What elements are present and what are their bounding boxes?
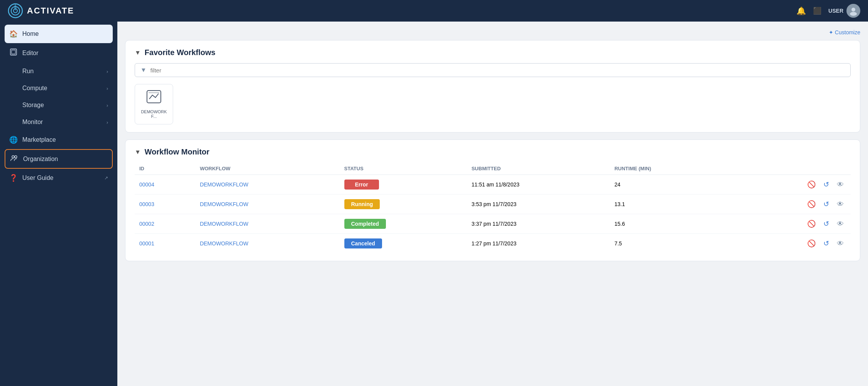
sidebar-item-monitor[interactable]: Monitor › <box>0 114 117 131</box>
retry-icon[interactable]: ↺ <box>821 219 831 229</box>
svg-point-4 <box>850 12 857 16</box>
sidebar-item-organization[interactable]: Organization <box>5 149 113 169</box>
row-workflow[interactable]: DEMOWORKFLOW <box>200 181 248 188</box>
sidebar-item-compute[interactable]: Compute › <box>0 80 117 97</box>
row-actions: 🚫 ↺ 👁 <box>729 199 846 209</box>
favorite-workflows-title: Favorite Workflows <box>145 48 215 57</box>
workflow-monitor-header: ▼ Workflow Monitor <box>135 148 851 156</box>
main-layout: 🏠 Home Editor Run › Compute › Storage <box>0 22 868 386</box>
cancel-icon[interactable]: 🚫 <box>805 238 818 248</box>
retry-icon[interactable]: ↺ <box>821 180 831 190</box>
customize-link[interactable]: ✦ Customize <box>829 29 860 35</box>
sidebar-item-user-guide[interactable]: ❓ User Guide ↗ <box>0 169 117 187</box>
workflow-cards-container: DEMOWORKF... <box>135 84 851 124</box>
row-submitted: 3:37 pm 11/7/2023 <box>467 214 609 234</box>
table-body: 00004 DEMOWORKFLOW Error 11:51 am 11/8/2… <box>135 175 851 253</box>
user-guide-icon: ❓ <box>9 174 18 182</box>
row-actions: 🚫 ↺ 👁 <box>729 180 846 190</box>
cancel-icon[interactable]: 🚫 <box>805 219 818 229</box>
collapse-monitor-icon[interactable]: ▼ <box>135 149 141 156</box>
svg-point-8 <box>15 156 17 158</box>
col-submitted: SUBMITTED <box>467 163 609 175</box>
filter-bar: ▼ <box>135 63 851 77</box>
retry-icon[interactable]: ↺ <box>821 199 831 209</box>
row-id[interactable]: 00004 <box>139 181 154 188</box>
row-id[interactable]: 00002 <box>139 221 154 227</box>
sidebar-label-compute: Compute <box>22 85 47 92</box>
row-submitted: 1:27 pm 11/7/2023 <box>467 234 609 253</box>
organization-icon <box>10 154 18 164</box>
filter-input[interactable] <box>150 67 845 74</box>
status-badge: Running <box>344 199 380 209</box>
sidebar-item-run[interactable]: Run › <box>0 63 117 80</box>
row-actions: 🚫 ↺ 👁 <box>729 219 846 229</box>
collapse-favorite-icon[interactable]: ▼ <box>135 49 141 56</box>
status-badge: Error <box>344 180 379 190</box>
sidebar-label-home: Home <box>22 30 39 37</box>
favorite-workflows-header: ▼ Favorite Workflows <box>135 48 851 57</box>
customize-bar: ✦ Customize <box>125 29 860 35</box>
table-row: 00002 DEMOWORKFLOW Completed 3:37 pm 11/… <box>135 214 851 234</box>
table-row: 00003 DEMOWORKFLOW Running 3:53 pm 11/7/… <box>135 195 851 214</box>
filter-icon: ▼ <box>140 67 147 74</box>
row-id[interactable]: 00003 <box>139 201 154 207</box>
retry-icon[interactable]: ↺ <box>821 238 831 248</box>
col-actions <box>724 163 851 175</box>
table-header: ID WORKFLOW STATUS SUBMITTED RUNTIME (MI… <box>135 163 851 175</box>
view-icon[interactable]: 👁 <box>835 239 846 248</box>
content-area: ✦ Customize ▼ Favorite Workflows ▼ <box>117 22 868 386</box>
view-icon[interactable]: 👁 <box>835 219 846 229</box>
col-id: ID <box>135 163 195 175</box>
topbar: ACTIVATE 🔔 ⬛ USER <box>0 0 868 22</box>
workflow-card-demo[interactable]: DEMOWORKF... <box>135 84 173 124</box>
sidebar-label-run: Run <box>22 68 33 75</box>
compute-chevron: › <box>107 86 108 91</box>
row-workflow[interactable]: DEMOWORKFLOW <box>200 201 248 207</box>
logo-icon <box>8 3 23 18</box>
user-menu[interactable]: USER <box>828 4 860 18</box>
sidebar-label-user-guide: User Guide <box>22 175 53 181</box>
row-workflow[interactable]: DEMOWORKFLOW <box>200 240 248 247</box>
editor-icon <box>9 48 18 58</box>
row-runtime: 24 <box>610 175 724 195</box>
cancel-icon[interactable]: 🚫 <box>805 180 818 190</box>
monitor-chevron: › <box>107 119 108 125</box>
col-runtime: RUNTIME (MIN) <box>610 163 724 175</box>
row-workflow[interactable]: DEMOWORKFLOW <box>200 221 248 227</box>
user-label: USER <box>828 8 843 14</box>
storage-chevron: › <box>107 102 108 108</box>
favorite-workflows-card: ▼ Favorite Workflows ▼ DEMOWORKF... <box>125 40 860 133</box>
sidebar-item-storage[interactable]: Storage › <box>0 97 117 114</box>
svg-rect-10 <box>149 92 159 93</box>
logo[interactable]: ACTIVATE <box>8 3 74 18</box>
row-runtime: 13.1 <box>610 195 724 214</box>
table-row: 00001 DEMOWORKFLOW Canceled 1:27 pm 11/7… <box>135 234 851 253</box>
sidebar-label-marketplace: Marketplace <box>22 136 56 143</box>
status-badge: Completed <box>344 219 386 229</box>
workflow-card-label: DEMOWORKF... <box>139 109 169 119</box>
row-id[interactable]: 00001 <box>139 240 154 247</box>
row-runtime: 15.6 <box>610 214 724 234</box>
row-actions: 🚫 ↺ 👁 <box>729 238 846 248</box>
sidebar: 🏠 Home Editor Run › Compute › Storage <box>0 22 117 386</box>
svg-point-3 <box>851 8 855 12</box>
workflow-monitor-card: ▼ Workflow Monitor ID WORKFLOW STATUS SU… <box>125 139 860 261</box>
view-icon[interactable]: 👁 <box>835 200 846 209</box>
workflow-monitor-table: ID WORKFLOW STATUS SUBMITTED RUNTIME (MI… <box>135 163 851 253</box>
row-submitted: 3:53 pm 11/7/2023 <box>467 195 609 214</box>
avatar <box>846 4 860 18</box>
external-link-icon: ↗ <box>104 175 108 181</box>
cancel-icon[interactable]: 🚫 <box>805 199 818 209</box>
table-row: 00004 DEMOWORKFLOW Error 11:51 am 11/8/2… <box>135 175 851 195</box>
marketplace-icon: 🌐 <box>9 136 18 144</box>
notification-icon[interactable]: 🔔 <box>796 6 806 15</box>
row-runtime: 7.5 <box>610 234 724 253</box>
topbar-right: 🔔 ⬛ USER <box>796 4 860 18</box>
view-icon[interactable]: 👁 <box>835 180 846 190</box>
sidebar-item-editor[interactable]: Editor <box>0 43 117 63</box>
sidebar-item-home[interactable]: 🏠 Home <box>5 25 113 43</box>
sidebar-item-marketplace[interactable]: 🌐 Marketplace <box>0 131 117 149</box>
row-submitted: 11:51 am 11/8/2023 <box>467 175 609 195</box>
terminal-icon[interactable]: ⬛ <box>813 7 821 15</box>
svg-point-7 <box>12 156 14 158</box>
